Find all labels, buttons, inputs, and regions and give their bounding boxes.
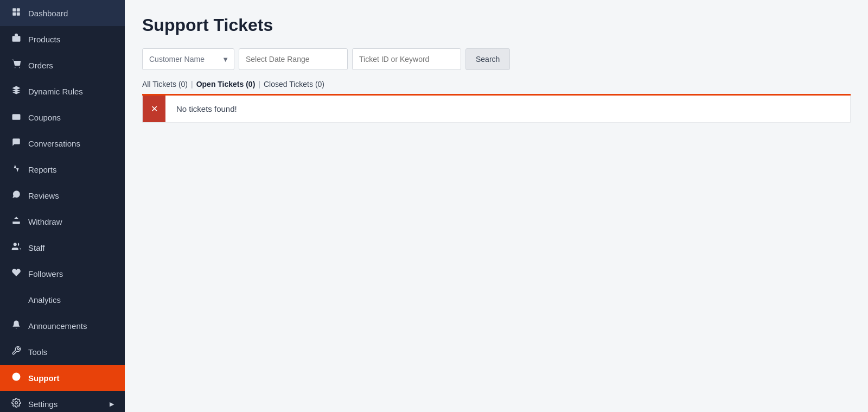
svg-point-5 [15, 67, 16, 68]
sidebar-item-label-withdraw: Withdraw [28, 217, 114, 226]
announcements-icon [11, 320, 22, 332]
customer-name-filter[interactable]: Customer Name ▼ [142, 48, 234, 70]
dashboard-icon [11, 7, 22, 19]
svg-rect-3 [17, 12, 20, 16]
sidebar-item-label-products: Products [28, 35, 114, 44]
date-range-input[interactable] [239, 48, 348, 70]
sidebar-item-label-followers: Followers [28, 269, 114, 278]
sidebar-item-label-conversations: Conversations [28, 139, 114, 148]
no-tickets-alert: ✕ No tickets found! [142, 96, 851, 123]
reports-icon [11, 163, 22, 175]
main-content: Support Tickets Customer Name ▼ Search A… [125, 0, 868, 412]
sidebar-item-orders[interactable]: Orders [0, 52, 125, 78]
filter-bar: Customer Name ▼ Search [142, 48, 851, 70]
tools-icon [11, 346, 22, 358]
withdraw-icon [11, 215, 22, 227]
reviews-icon [11, 189, 22, 201]
tab-separator-1: | [191, 80, 193, 88]
sidebar-item-label-orders: Orders [28, 61, 114, 70]
sidebar-item-staff[interactable]: Staff [0, 234, 125, 261]
sidebar-item-label-dynamic-rules: Dynamic Rules [28, 87, 114, 96]
svg-rect-2 [12, 12, 16, 16]
tab-closed-tickets[interactable]: Closed Tickets (0) [264, 79, 324, 90]
sidebar-item-support[interactable]: Support [0, 365, 125, 391]
ticket-tabs: All Tickets (0) | Open Tickets (0) | Clo… [142, 79, 851, 94]
customer-name-select[interactable]: Customer Name [142, 48, 234, 70]
sidebar-item-tools[interactable]: Tools [0, 339, 125, 365]
sidebar-item-dashboard[interactable]: Dashboard [0, 0, 125, 26]
sidebar-item-label-dashboard: Dashboard [28, 9, 114, 18]
svg-rect-0 [12, 8, 16, 11]
coupons-icon [11, 111, 22, 123]
svg-rect-1 [17, 8, 20, 11]
sidebar-item-reviews[interactable]: Reviews [0, 182, 125, 208]
alert-error-icon: ✕ [143, 96, 165, 122]
sidebar-item-label-reviews: Reviews [28, 191, 114, 200]
search-button[interactable]: Search [465, 48, 510, 70]
sidebar-item-withdraw[interactable]: Withdraw [0, 208, 125, 234]
alert-message: No tickets found! [165, 96, 248, 122]
dynamic-rules-icon [11, 85, 22, 97]
svg-point-10 [14, 243, 17, 246]
sidebar-item-label-reports: Reports [28, 165, 114, 174]
page-title: Support Tickets [142, 15, 851, 35]
staff-icon [11, 242, 22, 253]
sidebar: DashboardProductsOrdersDynamic RulesCoup… [0, 0, 125, 412]
sidebar-item-label-staff: Staff [28, 243, 114, 252]
sidebar-item-label-support: Support [28, 373, 114, 383]
tab-separator-2: | [258, 80, 260, 88]
svg-marker-7 [12, 86, 21, 91]
sidebar-item-reports[interactable]: Reports [0, 156, 125, 182]
sidebar-item-analytics[interactable]: Analytics [0, 287, 125, 313]
sidebar-item-label-announcements: Announcements [28, 321, 114, 331]
sidebar-item-label-analytics: Analytics [28, 295, 114, 305]
svg-point-6 [19, 67, 20, 68]
sidebar-item-label-tools: Tools [28, 347, 114, 357]
conversations-icon [11, 137, 22, 149]
sidebar-item-label-settings: Settings [28, 400, 103, 409]
svg-point-15 [15, 376, 18, 378]
sidebar-item-dynamic-rules[interactable]: Dynamic Rules [0, 78, 125, 104]
sidebar-item-label-coupons: Coupons [28, 113, 114, 122]
tab-all-tickets[interactable]: All Tickets (0) [142, 79, 188, 90]
products-icon [11, 33, 22, 45]
sidebar-item-coupons[interactable]: Coupons [0, 104, 125, 130]
sidebar-item-products[interactable]: Products [0, 26, 125, 52]
sidebar-item-announcements[interactable]: Announcements [0, 313, 125, 339]
svg-point-16 [15, 402, 18, 404]
orders-icon [11, 59, 22, 71]
svg-rect-8 [12, 114, 21, 120]
svg-rect-4 [12, 36, 21, 42]
tab-open-tickets[interactable]: Open Tickets (0) [196, 79, 256, 90]
keyword-input[interactable] [352, 48, 461, 70]
support-icon [11, 372, 22, 384]
sidebar-item-followers[interactable]: Followers [0, 261, 125, 287]
sidebar-item-settings[interactable]: Settings▶ [0, 391, 125, 412]
sidebar-item-arrow-settings: ▶ [110, 401, 114, 408]
sidebar-item-conversations[interactable]: Conversations [0, 130, 125, 156]
analytics-icon [11, 294, 22, 306]
followers-icon [11, 268, 22, 280]
settings-icon [11, 398, 22, 410]
